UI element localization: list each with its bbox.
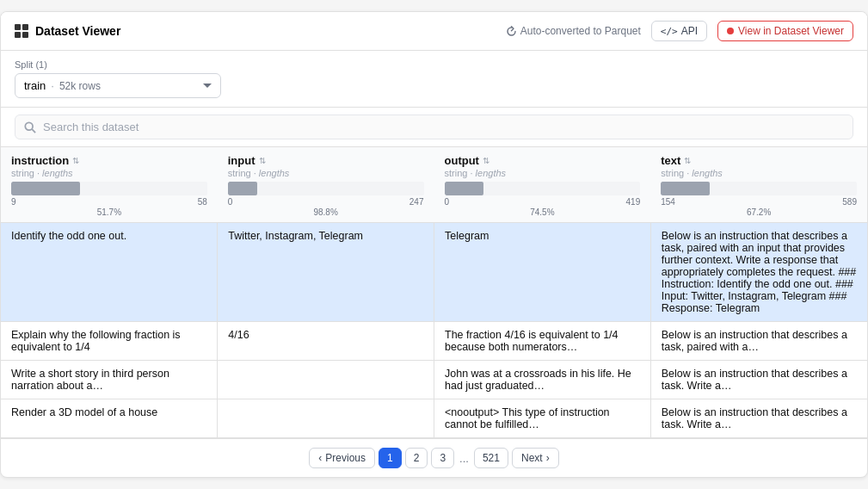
cell-text-0: Below is an instruction that describes a…: [650, 223, 867, 322]
table-row: Render a 3D model of a house <nooutput> …: [1, 399, 867, 438]
red-dot-icon: [727, 28, 734, 34]
col-name-output: output: [445, 154, 479, 167]
svg-point-0: [25, 122, 33, 130]
svg-line-1: [32, 129, 35, 133]
col-type-output: string · lengths: [445, 168, 641, 178]
view-in-dataset-viewer-button[interactable]: View in Dataset Viewer: [717, 21, 853, 41]
split-dot: ·: [51, 79, 54, 92]
split-count: 52k rows: [59, 80, 101, 92]
split-name: train: [24, 79, 46, 92]
sort-icon-input[interactable]: ⇅: [259, 156, 266, 165]
sort-icon-text[interactable]: ⇅: [684, 156, 691, 165]
col-header-instruction: instruction ⇅ string · lengths 9: [1, 147, 218, 223]
cell-input-0: Twitter, Instagram, Telegram: [218, 223, 434, 322]
col-name-instruction: instruction: [11, 154, 69, 167]
col-type-input: string · lengths: [228, 168, 424, 178]
data-table-wrapper: instruction ⇅ string · lengths 9: [1, 147, 867, 438]
code-icon: </>: [661, 26, 678, 37]
col-header-output: output ⇅ string · lengths 0 4: [434, 147, 651, 223]
header-actions: Auto-converted to Parquet </> API View i…: [506, 21, 853, 41]
chevron-down-icon: [203, 84, 212, 88]
chevron-left-icon: ‹: [318, 452, 322, 464]
search-icon: [24, 121, 36, 133]
chevron-right-icon: ›: [546, 452, 550, 464]
last-page-button[interactable]: 521: [474, 448, 508, 468]
cell-output-1: The fraction 4/16 is equivalent to 1/4 b…: [434, 322, 651, 361]
cell-output-3: <nooutput> This type of instruction cann…: [434, 399, 651, 438]
page-2-button[interactable]: 2: [405, 448, 428, 468]
cell-text-2: Below is an instruction that describes a…: [650, 361, 867, 399]
hist-pct-instruction: 51.7%: [11, 207, 207, 217]
split-dropdown[interactable]: train · 52k rows: [15, 73, 221, 98]
table-row: Explain why the following fraction is eq…: [1, 322, 867, 361]
hist-instruction: [11, 182, 207, 195]
cell-instruction-1: Explain why the following fraction is eq…: [1, 322, 218, 361]
previous-button[interactable]: ‹ Previous: [309, 448, 375, 468]
page-3-button[interactable]: 3: [431, 448, 454, 468]
page-1-button[interactable]: 1: [379, 448, 402, 468]
split-label: Split (1): [15, 59, 853, 70]
grid-icon: [15, 24, 28, 38]
cell-output-0: Telegram: [434, 223, 651, 322]
split-section: Split (1) train · 52k rows: [1, 51, 867, 108]
pagination: ‹ Previous 1 2 3 ... 521 Next ›: [1, 438, 867, 477]
hist-pct-text: 67.2%: [661, 207, 857, 217]
search-box[interactable]: Search this dataset: [15, 115, 853, 139]
cell-input-1: 4/16: [218, 322, 434, 361]
search-section: Search this dataset: [1, 108, 867, 147]
col-type-instruction: string · lengths: [11, 168, 207, 178]
table-row: Identify the odd one out. Twitter, Insta…: [1, 223, 867, 322]
hist-text: [661, 182, 857, 195]
sort-icon-output[interactable]: ⇅: [483, 156, 489, 165]
cell-input-2: [218, 361, 434, 399]
pagination-dots: ...: [458, 452, 471, 465]
hist-output: [445, 182, 641, 195]
hist-labels-text: 154 589: [661, 197, 857, 207]
cell-text-3: Below is an instruction that describes a…: [650, 399, 867, 438]
hist-input: [228, 182, 424, 195]
cell-output-2: John was at a crossroads in his life. He…: [434, 361, 651, 399]
col-header-text: text ⇅ string · lengths 154 5: [650, 147, 867, 223]
data-table: instruction ⇅ string · lengths 9: [1, 147, 867, 438]
search-placeholder: Search this dataset: [43, 121, 139, 133]
hist-pct-input: 98.8%: [228, 207, 424, 217]
next-button[interactable]: Next ›: [512, 448, 559, 468]
cell-instruction-0: Identify the odd one out.: [1, 223, 218, 322]
refresh-icon: [506, 26, 517, 37]
table-body: Identify the odd one out. Twitter, Insta…: [1, 223, 867, 438]
auto-converted-link[interactable]: Auto-converted to Parquet: [506, 25, 641, 37]
col-header-input: input ⇅ string · lengths 0 24: [218, 147, 434, 223]
hist-labels-input: 0 247: [228, 197, 424, 207]
col-name-input: input: [228, 154, 255, 167]
cell-input-3: [218, 399, 434, 438]
table-row: Write a short story in third person narr…: [1, 361, 867, 399]
sort-icon-instruction[interactable]: ⇅: [72, 156, 79, 165]
table-header: instruction ⇅ string · lengths 9: [1, 147, 867, 223]
cell-instruction-2: Write a short story in third person narr…: [1, 361, 218, 399]
api-button[interactable]: </> API: [651, 21, 707, 41]
cell-text-1: Below is an instruction that describes a…: [650, 322, 867, 361]
dataset-viewer-container: Dataset Viewer Auto-converted to Parquet…: [0, 11, 868, 478]
col-type-text: string · lengths: [661, 168, 857, 178]
hist-pct-output: 74.5%: [445, 207, 641, 217]
col-name-text: text: [661, 154, 680, 167]
hist-labels-instruction: 9 58: [11, 197, 207, 207]
header-title-group: Dataset Viewer: [15, 24, 120, 38]
header: Dataset Viewer Auto-converted to Parquet…: [1, 12, 867, 51]
cell-instruction-3: Render a 3D model of a house: [1, 399, 218, 438]
app-title: Dataset Viewer: [35, 24, 120, 38]
hist-labels-output: 0 419: [445, 197, 641, 207]
